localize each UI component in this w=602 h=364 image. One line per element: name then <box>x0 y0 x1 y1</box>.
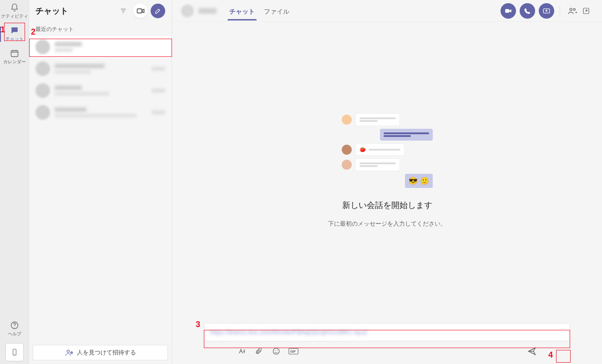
app-rail: クティビティ チャット カレンダー ヘルプ <box>0 0 29 364</box>
svg-point-2 <box>14 327 15 328</box>
svg-point-15 <box>277 350 278 351</box>
avatar <box>35 83 50 98</box>
avatar <box>35 105 50 120</box>
rail-mobile-button[interactable] <box>5 343 24 361</box>
add-people-button[interactable] <box>566 4 579 18</box>
rail-chat-label: チャット <box>5 36 24 42</box>
svg-point-14 <box>275 350 276 351</box>
chat-item-time <box>152 67 165 71</box>
chat-list-item[interactable] <box>29 58 172 80</box>
meet-now-button[interactable] <box>133 4 148 18</box>
rail-activity-label: クティビティ <box>1 13 28 20</box>
invite-label: 人を見つけて招待する <box>77 349 136 357</box>
callout-number-1: 1 <box>0 25 5 35</box>
emoji-button[interactable] <box>270 345 282 357</box>
svg-text:GIF: GIF <box>290 350 296 353</box>
conversation-name <box>198 8 217 14</box>
svg-point-6 <box>67 350 69 352</box>
format-button[interactable] <box>236 345 248 357</box>
attach-button[interactable] <box>253 345 265 357</box>
bell-icon <box>10 3 19 12</box>
popout-button[interactable] <box>579 4 593 18</box>
recent-section-label: 最近のチャット <box>29 22 172 36</box>
rail-help-label: ヘルプ <box>8 331 21 337</box>
svg-rect-5 <box>137 9 142 13</box>
empty-state-subtitle: 下に最初のメッセージを入力してください。 <box>328 220 446 228</box>
chat-item-time <box>152 111 165 114</box>
chat-item-time <box>152 89 165 92</box>
help-icon <box>10 321 19 330</box>
paperclip-icon <box>255 347 263 355</box>
svg-point-11 <box>573 8 575 10</box>
emoji-reactions: 😎 🙂 <box>405 174 432 188</box>
emoji-icon <box>272 347 280 355</box>
empty-state: 🍅 😎 🙂 新しい会話を開始します 下に最初のメッセージを入力してください。 <box>172 22 602 317</box>
callout-number-2: 2 <box>31 27 35 37</box>
chat-list-pane: チャット 最近のチャット <box>29 0 172 364</box>
share-screen-button[interactable] <box>539 3 554 19</box>
chat-list-item[interactable] <box>29 101 172 123</box>
video-call-button[interactable] <box>501 3 516 19</box>
chat-item-text <box>55 86 147 96</box>
chat-list-item[interactable] <box>29 80 172 101</box>
mobile-icon <box>11 348 18 357</box>
empty-state-title: 新しい会話を開始します <box>342 200 432 211</box>
pane-header: チャット <box>29 0 172 22</box>
rail-activity[interactable]: クティビティ <box>0 0 29 23</box>
avatar <box>35 61 50 76</box>
gif-button[interactable]: GIF <box>288 345 299 357</box>
people-add-icon <box>568 7 577 15</box>
avatar <box>181 5 194 17</box>
chat-item-text <box>55 42 165 52</box>
chat-list-item[interactable] <box>29 36 172 58</box>
format-icon <box>238 348 246 355</box>
rail-calendar[interactable]: カレンダー <box>0 46 29 68</box>
message-input-content: https://teams.live.com/l/invite/FBAqDjGo… <box>210 329 368 336</box>
gif-icon: GIF <box>288 348 298 355</box>
send-button[interactable] <box>526 345 538 358</box>
new-chat-button[interactable] <box>151 4 165 18</box>
chat-item-text <box>55 64 147 74</box>
composer: https://teams.live.com/l/invite/FBAqDjGo… <box>172 317 602 364</box>
callout-number-4: 4 <box>548 350 553 360</box>
screen-share-icon <box>543 8 550 14</box>
svg-rect-0 <box>11 51 18 56</box>
conversation-header: チャット ファイル <box>172 0 602 22</box>
svg-point-10 <box>570 8 572 10</box>
video-icon <box>137 8 145 14</box>
chat-item-text <box>55 107 147 117</box>
tab-files[interactable]: ファイル <box>259 1 294 20</box>
avatar <box>35 40 50 54</box>
filter-button[interactable] <box>116 4 131 18</box>
rail-calendar-label: カレンダー <box>3 59 26 65</box>
empty-state-illustration: 🍅 😎 🙂 <box>342 111 433 191</box>
conversation-area: チャット ファイル 🍅 😎 🙂 新しい会話を開始します 下に最初のメッセ <box>172 0 602 364</box>
invite-people-button[interactable]: 人を見つけて招待する <box>33 345 168 360</box>
svg-point-13 <box>273 348 279 354</box>
phone-icon <box>524 8 531 14</box>
calendar-icon <box>10 49 19 58</box>
pane-title: チャット <box>35 5 113 16</box>
video-icon <box>505 8 512 14</box>
tab-chat[interactable]: チャット <box>225 1 259 20</box>
chat-icon <box>10 26 19 35</box>
callout-number-3: 3 <box>196 320 200 329</box>
invite-icon <box>65 349 73 356</box>
message-input[interactable]: https://teams.live.com/l/invite/FBAqDjGo… <box>204 323 570 341</box>
rail-help[interactable]: ヘルプ <box>0 318 29 340</box>
filter-icon <box>120 7 127 15</box>
svg-rect-8 <box>505 9 509 13</box>
popout-icon <box>582 7 590 15</box>
send-icon <box>527 347 536 356</box>
compose-icon <box>154 7 162 15</box>
svg-point-4 <box>14 354 15 354</box>
audio-call-button[interactable] <box>520 3 535 19</box>
